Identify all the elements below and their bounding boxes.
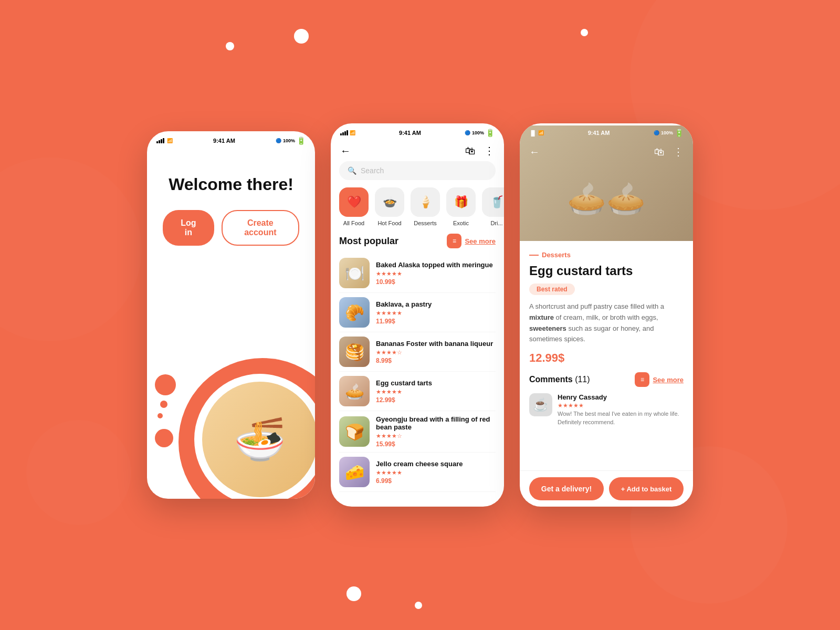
cat-drinks[interactable]: 🥤 Dri... (482, 187, 504, 226)
nav-bar-2: ← 🛍 ⋮ (331, 140, 504, 161)
see-more-link[interactable]: See more (465, 237, 496, 245)
welcome-content: Welcome there! Log in Create account 🍜 (147, 148, 315, 495)
cat-icon-hot: 🍲 (375, 187, 404, 217)
food-price-6: 6.99$ (376, 477, 496, 485)
food-name-4: Egg custard tarts (376, 379, 496, 387)
phones-container: 📶 9:41 AM 🔵 100% 🔋 Welcome there! Log in… (147, 123, 693, 507)
category-dash: — (529, 249, 539, 260)
food-info-2: Baklava, a pastry ★★★★★ 11.99$ (376, 300, 496, 325)
food-item-5[interactable]: 🍞 Gyeongju bread with a filling of red b… (339, 411, 496, 453)
cat-icon-all: ❤️ (339, 187, 369, 217)
comments-see-more-link[interactable]: See more (653, 376, 684, 384)
comments-see-more: ≡ See more (635, 372, 684, 387)
section-title: Most popular (339, 236, 398, 247)
more-icon-detail[interactable]: ⋮ (673, 145, 684, 158)
cart-icon-detail[interactable]: 🛍 (654, 146, 665, 158)
stars-6: ★★★★★ (376, 469, 496, 476)
cat-icon-exotic: 🎁 (446, 187, 476, 217)
comments-header: Comments (11) ≡ See more (529, 372, 684, 387)
food-name-6: Jello cream cheese square (376, 460, 496, 468)
detail-description: A shortcrust and puff pastry case filled… (529, 301, 684, 345)
search-text: Search (361, 166, 384, 175)
see-more-row: ≡ See more (447, 234, 496, 248)
comment-body: Henry Cassady ★★★★★ Wow! The best meal I… (558, 393, 684, 426)
hero-food-display: 🥧🥧 (567, 180, 646, 217)
cat-label-all: All Food (343, 220, 364, 226)
food-info-5: Gyeongju bread with a filling of red bea… (376, 415, 496, 448)
auth-buttons: Log in Create account (163, 210, 299, 246)
welcome-title: Welcome there! (169, 174, 293, 194)
cat-icon-desserts: 🍦 (411, 187, 440, 217)
cat-label-exotic: Exotic (453, 220, 469, 226)
action-buttons: Get a delivery! + Add to basket (520, 470, 693, 507)
food-item-1[interactable]: 🍽️ Baked Alaska topped with meringue ★★★… (339, 254, 496, 293)
food-image: 🍜 (202, 382, 315, 497)
stars-5: ★★★★☆ (376, 433, 496, 439)
hero-image: ← 🛍 ⋮ 🥧🥧 (520, 125, 693, 241)
categories-row: ❤️ All Food 🍲 Hot Food 🍦 Desserts 🎁 Exot… (331, 187, 504, 234)
login-button[interactable]: Log in (163, 210, 214, 246)
comments-count: (11) (575, 375, 590, 384)
detail-category-row: — Desserts (529, 249, 684, 260)
food-item-6[interactable]: 🧀 Jello cream cheese square ★★★★★ 6.99$ (339, 453, 496, 492)
food-item-2[interactable]: 🥐 Baklava, a pastry ★★★★★ 11.99$ (339, 293, 496, 332)
food-name-1: Baked Alaska topped with meringue (376, 261, 496, 269)
food-thumb-4: 🥧 (339, 376, 370, 406)
status-time-2: 9:41 AM (399, 130, 421, 136)
food-info-6: Jello cream cheese square ★★★★★ 6.99$ (376, 460, 496, 485)
phone-detail: ▐▌ 📶 9:41 AM 🔵 100% 🔋 ← 🛍 ⋮ 🥧🥧 (520, 123, 693, 507)
search-bar[interactable]: 🔍 Search (339, 161, 496, 180)
back-icon[interactable]: ← (340, 145, 351, 157)
desc-part2: of cream, milk, or broth with eggs, (554, 313, 658, 321)
food-thumb-3: 🥞 (339, 337, 370, 367)
create-account-button[interactable]: Create account (222, 210, 299, 246)
food-thumb-1: 🍽️ (339, 258, 370, 288)
cat-desserts[interactable]: 🍦 Desserts (411, 187, 440, 226)
phone-welcome: 📶 9:41 AM 🔵 100% 🔋 Welcome there! Log in… (147, 131, 315, 499)
best-rated-badge: Best rated (529, 284, 575, 295)
food-item-4[interactable]: 🥧 Egg custard tarts ★★★★★ 12.99$ (339, 372, 496, 411)
stars-1: ★★★★★ (376, 270, 496, 277)
more-icon[interactable]: ⋮ (484, 144, 495, 157)
comments-filter-icon[interactable]: ≡ (635, 372, 649, 387)
cat-label-drinks: Dri... (490, 220, 502, 226)
cat-exotic[interactable]: 🎁 Exotic (446, 187, 476, 226)
desc-bold1: mixture (529, 313, 554, 321)
detail-content: — Desserts Egg custard tarts Best rated … (520, 241, 693, 470)
category-name: Desserts (542, 251, 571, 259)
battery-3: 100% (661, 130, 673, 135)
filter-icon[interactable]: ≡ (447, 234, 461, 248)
comment-stars: ★★★★★ (558, 402, 684, 409)
cat-label-hot: Hot Food (377, 220, 401, 226)
food-list: 🍽️ Baked Alaska topped with meringue ★★★… (331, 254, 504, 492)
cart-icon[interactable]: 🛍 (465, 145, 476, 157)
food-price-5: 15.99$ (376, 440, 496, 448)
battery-1: 100% (283, 138, 295, 143)
desc-part1: A shortcrust and puff pastry case filled… (529, 302, 664, 310)
status-time-1: 9:41 AM (213, 138, 235, 144)
back-icon-detail[interactable]: ← (529, 146, 540, 158)
food-item-3[interactable]: 🥞 Bananas Foster with banana liqueur ★★★… (339, 332, 496, 372)
add-to-basket-button[interactable]: + Add to basket (609, 477, 684, 500)
phone-food-list: 📶 9:41 AM 🔵 100% 🔋 ← 🛍 ⋮ 🔍 Search (331, 123, 504, 507)
food-info-4: Egg custard tarts ★★★★★ 12.99$ (376, 379, 496, 404)
food-thumb-6: 🧀 (339, 457, 370, 487)
food-price-2: 11.99$ (376, 318, 496, 325)
cat-all-food[interactable]: ❤️ All Food (339, 187, 369, 226)
comment-text: Wow! The best meal I've eaten in my whol… (558, 410, 684, 426)
food-name-2: Baklava, a pastry (376, 300, 496, 308)
cat-icon-drinks: 🥤 (482, 187, 504, 217)
battery-2: 100% (472, 130, 484, 135)
section-header: Most popular ≡ See more (331, 234, 504, 254)
stars-2: ★★★★★ (376, 310, 496, 317)
delivery-button[interactable]: Get a delivery! (529, 477, 604, 500)
comments-title: Comments (11) (529, 375, 590, 384)
stars-4: ★★★★★ (376, 388, 496, 395)
cat-hot-food[interactable]: 🍲 Hot Food (375, 187, 404, 226)
food-info-3: Bananas Foster with banana liqueur ★★★★☆… (376, 340, 496, 364)
status-bar-2: 📶 9:41 AM 🔵 100% 🔋 (331, 123, 504, 140)
food-price-4: 12.99$ (376, 396, 496, 404)
food-thumb-5: 🍞 (339, 416, 370, 447)
food-info-1: Baked Alaska topped with meringue ★★★★★ … (376, 261, 496, 286)
detail-price: 12.99$ (529, 351, 684, 365)
